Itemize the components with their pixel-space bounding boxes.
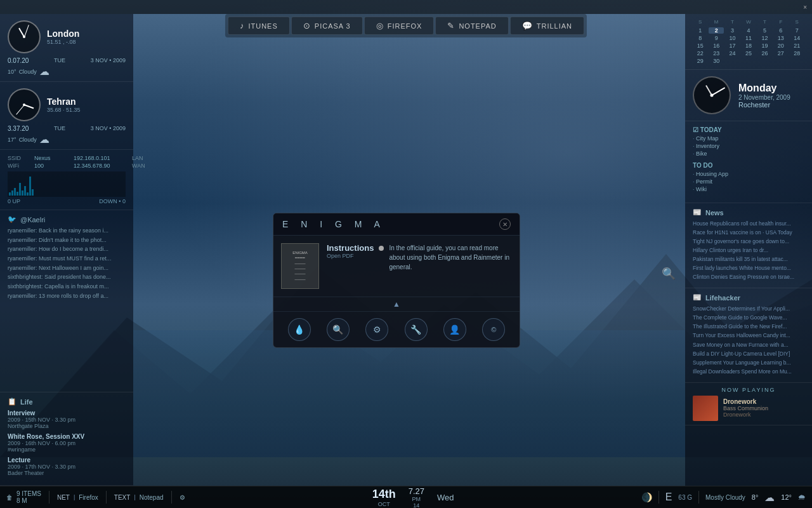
event-2-location: Bader Theater [8,470,126,476]
tb-divider-5 [698,491,699,504]
tb-browser: Firefox [79,494,98,501]
tweet-item: ryanemiller: How do I become a trendi... [8,246,126,253]
news-item-2[interactable]: Tight NJ governor's race goes down to... [693,238,804,245]
dow-s2: S [790,19,804,25]
london-temp: 10° [8,69,16,75]
enigma-water-button[interactable]: 💧 [288,318,311,341]
app-bar: ♪ ITUNES ⊙ PICASA 3 ◎ FIREFOX ✎ NOTEPAD … [225,14,587,37]
itunes-button[interactable]: ♪ ITUNES [228,17,290,35]
dow-w: W [741,19,756,25]
moon-phase-icon: 🌒 [641,492,652,502]
enigma-scroll-up[interactable]: ▲ [273,297,520,312]
tweet-item: ryanemiller: Back in the rainy season i.… [8,227,126,235]
notepad-button[interactable]: ✎ NOTEPAD [435,17,508,35]
cal-day-16: 16 [709,43,723,49]
news-item-4[interactable]: Pakistan militants kill 35 in latest att… [693,256,804,263]
tehran-day: TUE [54,125,65,132]
cal-day-27: 27 [773,50,788,57]
news-item-5[interactable]: First lady launches White House mento... [693,265,804,272]
lifehacker-item-1[interactable]: The Complete Guide to Google Wave... [693,314,804,321]
cal-day-17: 17 [725,43,740,49]
date-full: 2 November, 2009 [738,94,790,101]
todo-item-1: Permit [693,178,804,185]
lifehacker-item-7[interactable]: Illegal Downloaders Spend More on Mu... [693,368,804,375]
notepad-label: NOTEPAD [459,22,496,30]
news-item-3[interactable]: Hillary Clinton urges Iran to dr... [693,247,804,254]
window-close-icon[interactable]: × [803,4,807,11]
lifehacker-item-3[interactable]: Turn Your Excess Halloween Candy int... [693,332,804,339]
search-icon[interactable]: 🔍 [662,267,676,281]
calendar-days: 1 2 3 4 5 6 7 8 9 10 11 12 13 14 15 16 1… [693,27,804,64]
itunes-icon: ♪ [240,21,245,30]
todo-title: TO DO [693,162,804,169]
news-widget: 📰 News House Republicans roll out health… [685,203,812,288]
news-item-1[interactable]: Race for H1N1 vaccine is on · USA Today [693,229,804,236]
lifehacker-item-0[interactable]: SnowChecker Determines If Your Appli... [693,305,804,312]
todo-item-0: Housing App [693,171,804,177]
now-playing-widget: Now Playing Dronework Bass Communion Dro… [685,383,812,425]
enigma-item-label: Instructions [327,243,374,253]
ip-value: 192.168.0.101 [74,155,131,161]
enigma-close-button[interactable]: ✕ [499,218,511,230]
tweet-list: ryanemiller: Back in the rainy season i.… [8,227,126,300]
lifehacker-item-5[interactable]: Build a DIY Light-Up Camera Level [DIY] [693,351,804,358]
cal-day-7: 7 [790,27,804,34]
enigma-dialog: E N I G M A ✕ ENIGMA━━━━────────────────… [273,213,520,348]
lan-label: LAN [132,155,154,161]
cal-day-30: 30 [709,58,723,64]
event-1-date: 2009 · 16th NOV · 6.00 pm [8,440,126,446]
storage-value: 63 G [678,494,692,501]
tb-time: 7.27 [409,486,424,496]
today-item-1: Inventory [693,143,804,149]
enigma-cc-button[interactable]: © [482,318,505,341]
life-icon: 📋 [8,398,16,406]
london-clock-center [23,36,25,38]
dow-t2: T [757,19,772,25]
cal-day-11: 11 [741,35,756,41]
tehran-clock-widget: Tehran 35.68 · 51.35 3.37.20 TUE 3 NOV •… [0,82,133,150]
track-album: Dronework [723,411,768,418]
picasa-label: PICASA 3 [315,22,351,30]
track-title: Dronework [723,398,768,405]
cal-day-2: 2 [709,27,723,34]
london-clock-widget: London 51.51 , -.08 0.07.20 TUE 3 NOV • … [0,14,133,82]
event-0-date: 2009 · 15th NOV · 3.30 pm [8,417,126,423]
enigma-user-button[interactable]: 👤 [443,318,466,341]
life-event-2: Lecture 2009 · 17th NOV · 3.30 pm Bader … [8,457,126,476]
net-bar [9,192,11,196]
picasa-button[interactable]: ⊙ PICASA 3 [291,17,363,35]
enigma-settings-button[interactable]: ⚙ [365,318,388,341]
firefox-icon: ◎ [376,21,384,30]
london-day: TUE [54,57,65,64]
cal-day-28: 28 [790,50,804,57]
enigma-tools-button[interactable]: 🔧 [405,318,428,341]
calendar-header: S M T W T F S [693,19,804,25]
enigma-search-button[interactable]: 🔍 [327,318,350,341]
date-day-name: Monday [738,83,790,94]
lifehacker-widget: 📰 Lifehacker SnowChecker Determines If Y… [685,288,812,382]
ssid-value: Nexus [34,155,72,161]
trillian-icon: 💬 [522,21,533,30]
cal-day-8: 8 [693,35,707,41]
lifehacker-item-2[interactable]: The Illustrated Guide to the New Firef..… [693,323,804,330]
net-label: NET [57,494,70,501]
cal-day-10: 10 [725,35,740,41]
net-bar [29,177,31,196]
tb-divider-3 [171,491,172,504]
lifehacker-item-4[interactable]: Save Money on a New Furnace with a... [693,342,804,349]
lifehacker-title: Lifehacker [705,294,740,302]
cal-day-24: 24 [725,50,740,57]
now-playing-title: Now Playing [693,387,804,393]
firefox-button[interactable]: ◎ FIREFOX [364,17,435,35]
trillian-button[interactable]: 💬 TRILLIAN [510,17,584,35]
event-0-title: Interview [8,410,126,417]
london-date: 3 NOV • 2009 [91,57,126,64]
news-item-0[interactable]: House Republicans roll out health insur.… [693,220,804,227]
temp-low: 8° [752,493,759,501]
life-event-0: Interview 2009 · 15th NOV · 3.30 pm Nort… [8,410,126,429]
lifehacker-item-6[interactable]: Supplement Your Language Learning b... [693,359,804,366]
gear-icon[interactable]: ⚙ [180,494,185,501]
news-item-6[interactable]: Clinton Denies Easing Pressure on Israe.… [693,274,804,281]
london-time: 0.07.20 [8,57,29,64]
london-condition: Cloudy [19,69,37,75]
